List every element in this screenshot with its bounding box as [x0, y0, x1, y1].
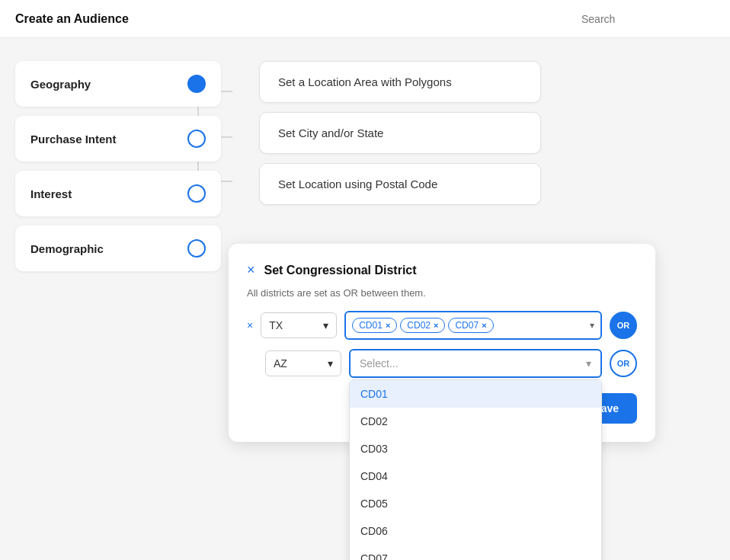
search-input[interactable] [581, 13, 715, 25]
sidebar-item-purchase-intent[interactable]: Purchase Intent [15, 116, 221, 162]
dropdown-item-cd02[interactable]: CD02 [350, 408, 601, 435]
modal-header: × Set Congressional District [247, 262, 637, 278]
chevron-select-icon: ▾ [586, 357, 591, 370]
state-value-az: AZ [274, 357, 287, 370]
district-row-1: × TX ▾ CD01 × CD02 × CD07 [247, 311, 637, 340]
dropdown-list: CD01 CD02 CD03 CD04 CD05 CD06 CD07 CD08 … [349, 379, 602, 560]
modal-subtitle: All districts are set as OR between them… [247, 287, 637, 299]
remove-row-1[interactable]: × [247, 319, 253, 331]
tag-cd02: CD02 × [400, 318, 445, 333]
sidebar-item-geography[interactable]: Geography [15, 61, 221, 107]
select-placeholder: Select... [360, 357, 399, 370]
main-layout: Geography Purchase Intent Interest Demog… [0, 38, 730, 294]
tag-cd01: CD01 × [352, 318, 397, 333]
page-title: Create an Audience [15, 12, 129, 26]
modal-close-button[interactable]: × [247, 262, 255, 278]
dropdown-item-cd06[interactable]: CD06 [350, 517, 601, 545]
sidebar-item-interest[interactable]: Interest [15, 171, 221, 216]
radio-purchase-intent [187, 130, 206, 148]
dropdown-item-cd01[interactable]: CD01 [350, 380, 601, 408]
option-postal-code[interactable]: Set Location using Postal Code [259, 163, 541, 205]
option-city-state[interactable]: Set City and/or State [259, 112, 541, 154]
sidebar-item-demographic[interactable]: Demographic [15, 226, 221, 271]
dropdown-item-cd03[interactable]: CD03 [350, 435, 601, 462]
sidebar-label-geography: Geography [30, 78, 91, 91]
dropdown-item-cd04[interactable]: CD04 [350, 462, 601, 490]
tag-cd07-close[interactable]: × [482, 321, 486, 330]
dropdown-item-cd07[interactable]: CD07 [350, 545, 601, 560]
tag-cd07: CD07 × [448, 318, 493, 333]
chevron-down-icon: ▾ [323, 319, 328, 331]
sidebar-label-purchase-intent: Purchase Intent [30, 133, 117, 146]
red-arrow-indicator [700, 305, 730, 396]
sidebar: Geography Purchase Intent Interest Demog… [15, 61, 221, 271]
radio-demographic [187, 239, 206, 258]
header: Create an Audience [0, 0, 730, 38]
sidebar-label-demographic: Demographic [30, 242, 104, 255]
tag-cd01-close[interactable]: × [386, 321, 390, 330]
sidebar-label-interest: Interest [30, 187, 72, 200]
tags-container-tx[interactable]: CD01 × CD02 × CD07 × ▾ [344, 311, 602, 340]
modal-title: Set Congressional District [264, 264, 417, 277]
tag-cd07-label: CD07 [455, 320, 479, 331]
dropdown-item-cd05[interactable]: CD05 [350, 490, 601, 517]
tag-cd02-label: CD02 [407, 320, 431, 331]
tag-cd02-close[interactable]: × [434, 321, 438, 330]
or-button-1[interactable]: OR [610, 312, 637, 339]
tag-cd01-label: CD01 [359, 320, 383, 331]
tags-chevron-icon: ▾ [590, 320, 594, 331]
radio-interest [187, 184, 206, 203]
district-row-2: AZ ▾ Select... ▾ CD01 CD02 CD03 CD04 CD0… [247, 349, 637, 378]
chevron-down-az-icon: ▾ [328, 357, 333, 370]
radio-geography [187, 75, 206, 93]
option-polygons[interactable]: Set a Location Area with Polygons [259, 61, 541, 103]
district-select[interactable]: Select... ▾ [349, 349, 602, 378]
state-dropdown-az[interactable]: AZ ▾ [265, 350, 341, 376]
content-area: Set a Location Area with Polygons Set Ci… [221, 61, 715, 271]
select-wrapper: Select... ▾ CD01 CD02 CD03 CD04 CD05 CD0… [349, 349, 602, 378]
state-value-tx: TX [269, 319, 283, 331]
or-button-2[interactable]: OR [610, 350, 637, 377]
modal-congressional-district: × Set Congressional District All distric… [229, 244, 655, 442]
state-dropdown-tx[interactable]: TX ▾ [261, 312, 337, 338]
